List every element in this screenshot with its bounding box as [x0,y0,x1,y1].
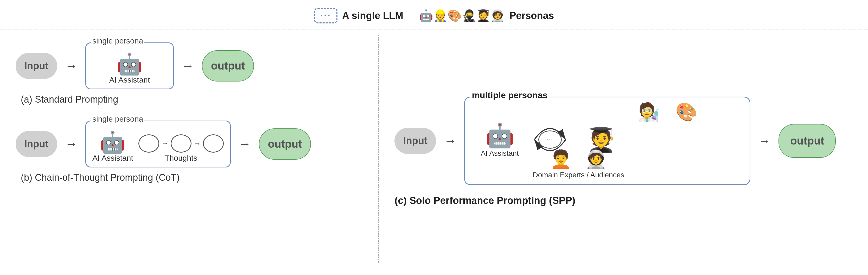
bottom-personas: 🧑‍🦱 🧑‍🚀 [550,149,607,170]
persona-label-a: single persona [91,36,144,45]
persona-bot-2: 🧑‍🚀 [585,149,607,170]
llm-box-icon: ··· [314,8,338,23]
ai-emoji-a: 🤖 [117,53,143,76]
personas-emojis-icon: 🤖👷🎨🥷🧑‍🎓🧑‍🚀 [419,9,505,22]
arrow-a1: → [65,60,78,72]
llm-box-a: single persona 🤖 AI Assistant [85,43,174,89]
legend-personas: 🤖👷🎨🥷🧑‍🎓🧑‍🚀 Personas [419,9,554,22]
ai-emoji-c: 🤖 [485,122,515,149]
top-personas: 🧑‍🔬 🎨 [638,102,698,122]
ai-label-b: AI Assistant [92,154,133,163]
diagram-c: Input → multiple personas 🧑‍🔬 🎨 [395,91,852,206]
small-arrow-1: → [161,139,168,148]
llm-box-b: single persona 🤖 AI Assistant ··· → [85,120,231,167]
diagram-b-label-container: (b) Chain-of-Thought Prompting (CoT) [16,169,180,183]
ai-label-a: AI Assistant [109,76,150,84]
legend: ··· A single LLM 🤖👷🎨🥷🧑‍🎓🧑‍🚀 Personas [0,0,868,29]
output-oval-b: output [259,128,311,160]
dots-icon: ··· [320,10,331,21]
arrow-c1: → [444,135,456,147]
main-content: Input → single persona 🤖 AI Assistant → … [0,29,868,268]
left-panel: Input → single persona 🤖 AI Assistant → … [16,35,379,263]
input-oval-a: Input [16,53,57,79]
legend-llm-text: A single LLM [342,10,403,21]
thought-1: ··· [138,134,159,153]
diagram-b: Input → single persona 🤖 AI Assistant [16,120,368,183]
arrow-c2: → [758,135,771,147]
input-oval-c: Input [395,128,436,154]
thoughts-section: ··· → ··· → ··· Th [138,134,224,163]
llm-content-a: 🤖 AI Assistant [109,53,150,84]
input-oval-b: Input [16,131,57,157]
thought-dots-3: ··· [210,141,216,147]
diagram-c-label-container: (c) Solo Performance Prompting (SPP) [395,191,575,206]
right-panel: Input → multiple personas 🧑‍🔬 🎨 [379,35,852,263]
domain-label: Domain Experts / Audiences [533,171,624,179]
legend-llm: ··· A single LLM [314,8,403,23]
thought-dots-2: ··· [178,141,184,147]
persona-label-b: single persona [91,115,144,123]
output-oval-c: output [778,124,836,158]
arrow-b1: → [65,138,78,150]
diagram-c-label: (c) Solo Performance Prompting (SPP) [395,195,575,206]
output-oval-a: output [202,50,254,82]
bottom-personas-section: 🧑‍🦱 🧑‍🚀 Domain Experts / Audiences [533,149,624,179]
diagram-b-row: Input → single persona 🤖 AI Assistant [16,120,311,167]
thoughts-label: Thoughts [165,154,197,163]
arrow-b2: → [239,138,251,150]
arrow-a2: → [182,60,194,72]
diagram-c-row: Input → multiple personas 🧑‍🔬 🎨 [395,91,836,185]
diagram-a-row: Input → single persona 🤖 AI Assistant → … [16,43,254,89]
persona-bot-1: 🧑‍🦱 [550,149,572,170]
diagram-a-label-container: (a) Standard Prompting [16,91,118,105]
thought-dots-1: ··· [146,141,152,147]
persona-top-1: 🧑‍🔬 [638,102,660,122]
llm-content-b: 🤖 AI Assistant [92,131,133,163]
diagram-a-label: (a) Standard Prompting [21,94,118,105]
personas-label-c: multiple personas [470,90,549,100]
center-thought-dots: ··· [547,136,553,143]
cot-content: 🤖 AI Assistant ··· → ··· [92,131,224,163]
diagram-b-label: (b) Chain-of-Thought Prompting (CoT) [21,172,180,183]
small-arrow-2: → [194,139,201,148]
ai-label-c: AI Assistant [480,149,519,158]
cot-row: ··· → ··· → ··· [138,134,224,153]
thought-3: ··· [203,134,224,153]
ai-emoji-b: 🤖 [100,131,126,154]
spp-ai: 🤖 AI Assistant [480,122,519,158]
legend-personas-text: Personas [509,10,554,21]
center-thought: ··· [538,131,562,149]
thought-2: ··· [171,134,191,153]
diagram-a: Input → single persona 🤖 AI Assistant → … [16,43,368,105]
persona-top-2: 🎨 [676,102,698,122]
mp-box-c: multiple personas 🧑‍🔬 🎨 🤖 AI Assistant [464,97,750,185]
